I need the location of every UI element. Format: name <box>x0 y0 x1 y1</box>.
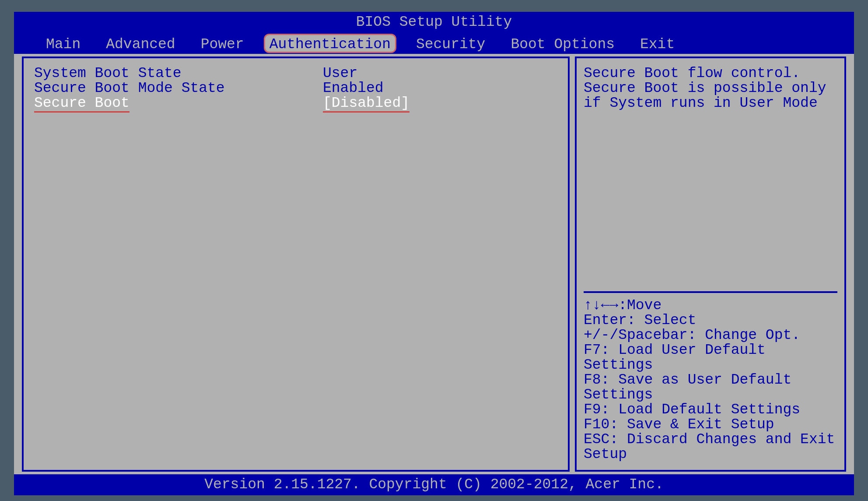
setting-label: System Boot State <box>34 66 323 81</box>
settings-panel: System Boot State User Secure Boot Mode … <box>22 56 570 472</box>
setting-label: Secure Boot Mode State <box>34 81 323 96</box>
bios-window: BIOS Setup Utility Main Advanced Power A… <box>14 12 854 489</box>
item-help-text: Secure Boot flow control. Secure Boot is… <box>584 66 837 111</box>
key-help-f9: F9: Load Default Settings <box>584 402 837 417</box>
footer-bar: Version 2.15.1227. Copyright (C) 2002-20… <box>14 474 854 495</box>
help-panel: Secure Boot flow control. Secure Boot is… <box>575 56 846 472</box>
content-area: System Boot State User Secure Boot Mode … <box>14 54 854 474</box>
tab-advanced[interactable]: Advanced <box>100 34 181 53</box>
setting-secure-boot[interactable]: Secure Boot [Disabled] <box>34 96 557 111</box>
tab-authentication[interactable]: Authentication <box>264 34 396 53</box>
tab-exit[interactable]: Exit <box>634 34 680 53</box>
key-help-move: ↑↓←→:Move <box>584 298 837 313</box>
tab-bar: Main Advanced Power Authentication Secur… <box>14 33 854 54</box>
tab-power[interactable]: Power <box>195 34 250 53</box>
spacer <box>584 111 837 287</box>
setting-value[interactable]: [Disabled] <box>323 96 557 111</box>
setting-label: Secure Boot <box>34 96 323 111</box>
tab-main[interactable]: Main <box>40 34 86 53</box>
key-help-esc: ESC: Discard Changes and Exit Setup <box>584 432 837 462</box>
setting-value: Enabled <box>323 81 557 96</box>
setting-system-boot-state: System Boot State User <box>34 66 557 81</box>
tab-boot-options[interactable]: Boot Options <box>505 34 620 53</box>
tab-security[interactable]: Security <box>410 34 491 53</box>
help-divider <box>584 291 837 293</box>
key-help-f8: F8: Save as User Default Settings <box>584 373 837 402</box>
key-help-f7: F7: Load User Default Settings <box>584 343 837 373</box>
key-help-enter: Enter: Select <box>584 313 837 328</box>
footer-text: Version 2.15.1227. Copyright (C) 2002-20… <box>204 476 664 493</box>
setting-secure-boot-mode-state: Secure Boot Mode State Enabled <box>34 81 557 96</box>
key-help-change: +/-/Spacebar: Change Opt. <box>584 328 837 343</box>
key-help-f10: F10: Save & Exit Setup <box>584 417 837 432</box>
setting-value: User <box>323 66 557 81</box>
bios-title: BIOS Setup Utility <box>356 14 512 30</box>
bios-title-bar: BIOS Setup Utility <box>14 12 854 33</box>
